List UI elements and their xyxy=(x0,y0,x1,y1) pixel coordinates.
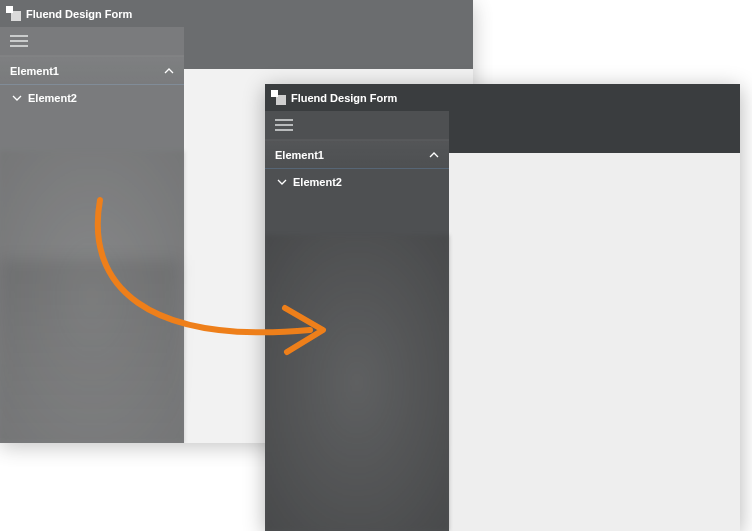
content-header xyxy=(184,27,473,69)
sidebar-group-element1[interactable]: Element1 xyxy=(265,140,449,169)
sidebar-group-element1[interactable]: Element1 xyxy=(0,56,184,85)
shadow-decoration xyxy=(0,260,180,440)
titlebar[interactable]: Fluend Design Form xyxy=(0,0,473,27)
item-label: Element2 xyxy=(293,176,342,188)
sidebar-item-element2[interactable]: Element2 xyxy=(0,85,184,111)
window-after: Fluend Design Form Element1 Element2 xyxy=(265,84,740,531)
item-label: Element2 xyxy=(28,92,77,104)
hamburger-icon xyxy=(275,119,293,131)
chevron-up-icon xyxy=(429,150,439,160)
app-icon xyxy=(6,6,21,21)
window-title: Fluend Design Form xyxy=(26,8,132,20)
chevron-down-icon xyxy=(277,177,287,187)
content-area xyxy=(449,111,740,531)
group-label: Element1 xyxy=(10,65,59,77)
titlebar[interactable]: Fluend Design Form xyxy=(265,84,740,111)
chevron-down-icon xyxy=(12,93,22,103)
sidebar: Element1 Element2 xyxy=(265,111,449,531)
hamburger-button[interactable] xyxy=(265,111,449,140)
sidebar-item-element2[interactable]: Element2 xyxy=(265,169,449,195)
content-body xyxy=(449,153,740,531)
content-header xyxy=(449,111,740,153)
chevron-up-icon xyxy=(164,66,174,76)
hamburger-icon xyxy=(10,35,28,47)
hamburger-button[interactable] xyxy=(0,27,184,56)
acrylic-preview xyxy=(265,235,449,531)
window-title: Fluend Design Form xyxy=(291,92,397,104)
app-icon xyxy=(271,90,286,105)
group-label: Element1 xyxy=(275,149,324,161)
